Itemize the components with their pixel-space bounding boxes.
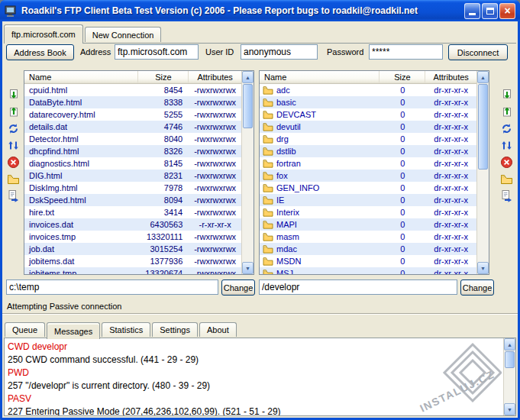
tab-ftp-microsoft-com[interactable]: ftp.microsoft.com	[4, 24, 83, 44]
sync-arrows-icon[interactable]	[5, 137, 21, 153]
file-row[interactable]: cpuid.html8454-rwxrwxrwx	[24, 84, 241, 96]
sync-arrows-icon[interactable]	[498, 137, 515, 153]
window-title: Roadkil's FTP Client Beta Test Version (…	[21, 5, 460, 16]
folder-row[interactable]: MSDN0dr-xr-xr-x	[260, 255, 476, 267]
download-file-icon[interactable]	[5, 87, 21, 102]
file-row[interactable]: dhcpfind.html8326-rwxrwxrwx	[24, 145, 241, 157]
remote-path-input[interactable]	[259, 279, 457, 295]
local-path-input[interactable]	[6, 279, 218, 295]
user-id-input[interactable]	[241, 44, 318, 60]
tab-new-connection[interactable]: New Connection	[85, 27, 162, 42]
file-row[interactable]: datarecovery.html5255-rwxrwxrwx	[24, 108, 241, 121]
size-cell: 3015254	[138, 243, 189, 255]
folder-row[interactable]: Interix0dr-xr-xr-x	[260, 206, 476, 218]
tab-label: Settings	[160, 325, 190, 334]
folder-icon[interactable]	[498, 171, 515, 186]
download-file-icon[interactable]	[498, 87, 515, 102]
scroll-thumb[interactable]	[478, 84, 488, 170]
scroll-down-button[interactable]: ▼	[504, 403, 515, 415]
title-bar[interactable]: Roadkil's FTP Client Beta Test Version (…	[0, 0, 520, 21]
delete-icon[interactable]	[498, 154, 515, 170]
close-button[interactable]: ×	[499, 3, 515, 19]
size-cell: 8145	[138, 157, 189, 170]
folder-row[interactable]: GEN_INFO0dr-xr-xr-x	[260, 182, 476, 194]
scroll-thumb[interactable]	[505, 351, 515, 368]
file-row[interactable]: details.dat4746-rwxrwxrwx	[24, 121, 241, 133]
file-row[interactable]: jobitems.tmp13320674-rwxrwxrwx	[24, 267, 241, 274]
name-column-header[interactable]: Name	[260, 71, 380, 83]
size-column-header[interactable]: Size	[380, 71, 425, 83]
tab-messages[interactable]: Messages	[47, 322, 100, 339]
folder-row[interactable]: fortran0dr-xr-xr-x	[260, 157, 476, 170]
folder-row[interactable]: devutil0dr-xr-xr-x	[260, 121, 476, 133]
size-cell: 0	[380, 145, 425, 157]
arrow-down-icon: ▼	[507, 407, 512, 412]
delete-icon[interactable]	[5, 154, 21, 170]
maximize-button[interactable]	[482, 3, 498, 19]
tab-queue[interactable]: Queue	[5, 322, 45, 337]
folder-icon	[263, 171, 273, 180]
scroll-down-button[interactable]: ▼	[477, 262, 489, 274]
folder-row[interactable]: basic0dr-xr-xr-x	[260, 96, 476, 108]
folder-row[interactable]: MAPI0dr-xr-xr-x	[260, 218, 476, 231]
tab-about[interactable]: About	[199, 322, 237, 337]
password-input[interactable]	[369, 44, 443, 60]
local-scrollbar[interactable]: ▲ ▼	[241, 71, 254, 274]
file-row[interactable]: DataByte.html8338-rwxrwxrwx	[24, 96, 241, 108]
folder-row[interactable]: adc0dr-xr-xr-x	[260, 84, 476, 96]
folder-row[interactable]: IE0dr-xr-xr-x	[260, 194, 476, 206]
refresh-icon[interactable]	[5, 121, 21, 136]
address-input[interactable]	[115, 44, 199, 60]
file-row[interactable]: hire.txt3414-rwxrwxrwx	[24, 206, 241, 218]
folder-row[interactable]: mdac0dr-xr-xr-x	[260, 243, 476, 255]
scroll-thumb[interactable]	[243, 84, 253, 128]
folder-icon[interactable]	[5, 171, 21, 186]
remote-change-button[interactable]: Change	[460, 279, 494, 296]
address-book-button[interactable]: Address Book	[6, 44, 74, 60]
size-cell: 6430563	[138, 218, 189, 231]
folder-row[interactable]: DEVCAST0dr-xr-xr-x	[260, 108, 476, 121]
file-row[interactable]: job.dat3015254-rwxrwxrwx	[24, 243, 241, 255]
file-row[interactable]: DIG.html8231-rwxrwxrwx	[24, 170, 241, 182]
size-column-header[interactable]: Size	[138, 71, 189, 83]
copy-file-icon[interactable]	[498, 188, 515, 203]
upload-file-icon[interactable]	[498, 104, 515, 119]
size-cell: 0	[380, 218, 425, 231]
attributes-column-header[interactable]: Attributes	[425, 71, 476, 83]
file-row[interactable]: jobitems.dat1377936-rwxrwxrwx	[24, 255, 241, 267]
file-row[interactable]: invoices.tmp13320111-rwxrwxrwx	[24, 231, 241, 243]
attributes-cell: -rwxrwxrwx	[189, 194, 241, 206]
file-row[interactable]: DskSpeed.html8094-rwxrwxrwx	[24, 194, 241, 206]
size-cell: 0	[380, 267, 425, 274]
file-row[interactable]: Detector.html8040-rwxrwxrwx	[24, 133, 241, 145]
folder-row[interactable]: dstlib0dr-xr-xr-x	[260, 145, 476, 157]
folder-row[interactable]: MSJ0dr-xr-xr-x	[260, 267, 476, 274]
tab-settings[interactable]: Settings	[152, 322, 198, 337]
attributes-cell: -rwxrwxrwx	[189, 255, 241, 267]
copy-file-icon[interactable]	[5, 188, 21, 203]
minimize-button[interactable]	[464, 3, 480, 19]
file-row[interactable]: invoices.dat6430563-r-xr-xr-x	[24, 218, 241, 231]
folder-row[interactable]: drg0dr-xr-xr-x	[260, 133, 476, 145]
remote-scrollbar[interactable]: ▲ ▼	[476, 71, 489, 274]
scroll-up-button[interactable]: ▲	[477, 71, 489, 83]
size-cell: 0	[380, 243, 425, 255]
name-column-header[interactable]: Name	[24, 71, 138, 83]
name-cell: dhcpfind.html	[24, 145, 138, 157]
log-scrollbar[interactable]: ▲ ▼	[503, 338, 515, 415]
attributes-column-header[interactable]: Attributes	[189, 71, 241, 83]
folder-row[interactable]: masm0dr-xr-xr-x	[260, 231, 476, 243]
upload-file-icon[interactable]	[5, 104, 21, 119]
file-row[interactable]: DiskImg.html7978-rwxrwxrwx	[24, 182, 241, 194]
scroll-up-button[interactable]: ▲	[242, 71, 254, 83]
messages-log-pane: CWD developr250 CWD command successful. …	[4, 338, 516, 416]
tab-statistics[interactable]: Statistics	[102, 322, 150, 337]
folder-row[interactable]: fox0dr-xr-xr-x	[260, 170, 476, 182]
file-row[interactable]: diagnostics.html8145-rwxrwxrwx	[24, 157, 241, 170]
scroll-up-button[interactable]: ▲	[504, 338, 515, 351]
scroll-down-button[interactable]: ▼	[242, 262, 254, 274]
disconnect-button[interactable]: Disconnect	[448, 44, 508, 60]
refresh-icon[interactable]	[498, 121, 515, 136]
remote-rows: adc0dr-xr-xr-xbasic0dr-xr-xr-xDEVCAST0dr…	[260, 84, 476, 274]
local-change-button[interactable]: Change	[221, 279, 255, 296]
